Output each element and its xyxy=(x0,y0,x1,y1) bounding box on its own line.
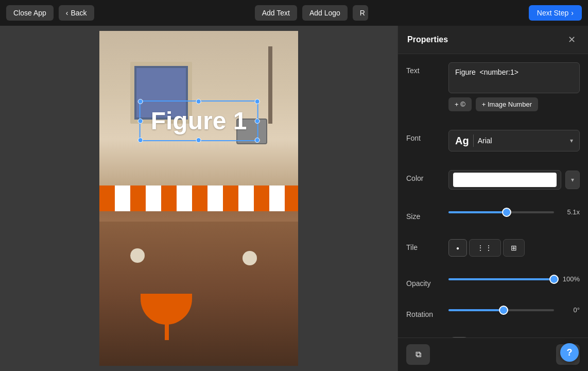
rotation-value: 0° xyxy=(559,306,580,314)
photo-cafe xyxy=(99,185,298,366)
opacity-slider-thumb[interactable] xyxy=(549,275,559,284)
help-button[interactable]: ? xyxy=(560,343,579,362)
font-label: Font xyxy=(406,130,442,142)
rotation-property-row: Rotation 0° xyxy=(406,306,580,318)
panel-close-button[interactable]: ✕ xyxy=(565,33,579,46)
rotation-label: Rotation xyxy=(406,306,442,318)
tile-option-grid[interactable]: ⋮⋮ xyxy=(469,239,501,257)
text-input[interactable] xyxy=(448,62,580,93)
back-chevron-icon: ‹ xyxy=(66,9,68,17)
duplicate-button[interactable]: ⧉ xyxy=(406,344,430,365)
tile-single-icon: ● xyxy=(456,245,459,251)
image-number-button[interactable]: + Image Number xyxy=(476,97,538,111)
tile-label: Tile xyxy=(406,239,442,251)
color-row-wrap: ▾ xyxy=(448,170,580,190)
handle-right-mid[interactable] xyxy=(254,119,260,124)
text-btn-row: + © + Image Number xyxy=(448,97,580,111)
tile-property-row: Tile ● ⋮⋮ ⊞ xyxy=(406,239,580,257)
text-property-row: Text + © + Image Number xyxy=(406,62,580,111)
tile-options: ● ⋮⋮ ⊞ xyxy=(448,239,525,257)
next-step-button[interactable]: Next Step › xyxy=(529,5,582,21)
size-slider-row: 5.1x xyxy=(448,208,580,216)
font-vertical-divider xyxy=(473,134,474,147)
rotation-slider-thumb[interactable] xyxy=(499,306,508,315)
back-button[interactable]: ‹ Back xyxy=(59,5,94,21)
replace-button[interactable]: R xyxy=(353,5,368,21)
awning xyxy=(99,185,298,211)
text-content: + © + Image Number xyxy=(448,62,580,111)
copyright-button[interactable]: + © xyxy=(448,97,472,111)
panel-header: Properties ✕ xyxy=(398,26,588,54)
color-label: Color xyxy=(406,170,442,182)
color-swatch xyxy=(453,173,557,187)
next-chevron-icon: › xyxy=(571,9,574,17)
toolbar-center: Add Text Add Logo R xyxy=(99,5,524,21)
rotation-slider-fill xyxy=(448,309,504,311)
globe-light-1 xyxy=(130,248,145,263)
properties-panel: Properties ✕ Text + © + Image Number Fon… xyxy=(397,26,588,371)
duplicate-icon: ⧉ xyxy=(416,350,421,359)
rotation-slider[interactable] xyxy=(448,309,554,311)
canvas-text-label: Figure 1 xyxy=(151,107,247,135)
toolbar-right: Next Step › xyxy=(529,5,582,21)
color-dropdown-arrow-icon: ▾ xyxy=(565,171,580,189)
size-slider[interactable] xyxy=(448,211,554,213)
opacity-property-row: Opacity 100% xyxy=(406,275,580,288)
canvas-area: Figure 1 xyxy=(0,26,397,371)
pipe xyxy=(268,46,272,124)
close-app-button[interactable]: Close App xyxy=(6,5,54,21)
size-property-row: Size 5.1x xyxy=(406,208,580,221)
text-label: Text xyxy=(406,62,442,75)
size-slider-thumb[interactable] xyxy=(502,208,511,217)
people-area xyxy=(99,222,298,366)
toolbar: Close App ‹ Back Add Text Add Logo R Nex… xyxy=(0,0,588,26)
opacity-slider-fill xyxy=(448,278,554,280)
tile-option-spread[interactable]: ⊞ xyxy=(503,239,525,257)
font-name-label: Arial xyxy=(478,137,566,145)
tile-option-single[interactable]: ● xyxy=(448,239,467,257)
color-swatch-container[interactable] xyxy=(448,170,561,190)
color-property-row: Color ▾ xyxy=(406,170,580,190)
panel-title: Properties xyxy=(407,35,448,44)
handle-top-right[interactable] xyxy=(254,99,260,104)
size-label: Size xyxy=(406,208,442,221)
orange-pole xyxy=(165,319,169,340)
font-selector[interactable]: Ag Arial ▾ xyxy=(448,130,580,151)
handle-left-mid[interactable] xyxy=(138,119,143,124)
handle-bottom-left[interactable] xyxy=(138,138,143,143)
handle-bottom-right[interactable] xyxy=(254,138,260,143)
opacity-label: Opacity xyxy=(406,275,442,288)
opacity-value: 100% xyxy=(559,275,580,283)
panel-footer: ⧉ 🗑 xyxy=(398,338,588,371)
add-text-button[interactable]: Add Text xyxy=(255,5,297,21)
font-property-row: Font Ag Arial ▾ xyxy=(406,130,580,151)
rotation-slider-row: 0° xyxy=(448,306,580,314)
handle-top-left[interactable] xyxy=(138,99,143,104)
add-logo-button[interactable]: Add Logo xyxy=(302,5,348,21)
image-container[interactable]: Figure 1 xyxy=(99,31,298,366)
font-dropdown-arrow-icon: ▾ xyxy=(570,137,573,144)
text-overlay[interactable]: Figure 1 xyxy=(140,100,258,141)
tile-grid-icon: ⋮⋮ xyxy=(477,244,493,252)
font-preview-icon: Ag xyxy=(455,135,469,147)
panel-body: Text + © + Image Number Font Ag Arial ▾ xyxy=(398,54,588,338)
size-slider-fill xyxy=(448,211,507,213)
size-value: 5.1x xyxy=(559,208,580,216)
text-selection-box[interactable]: Figure 1 xyxy=(140,100,258,141)
globe-light-2 xyxy=(243,251,257,265)
opacity-slider-row: 100% xyxy=(448,275,580,283)
handle-top-mid[interactable] xyxy=(196,99,201,104)
opacity-slider[interactable] xyxy=(448,278,554,280)
tile-spread-icon: ⊞ xyxy=(511,244,517,252)
